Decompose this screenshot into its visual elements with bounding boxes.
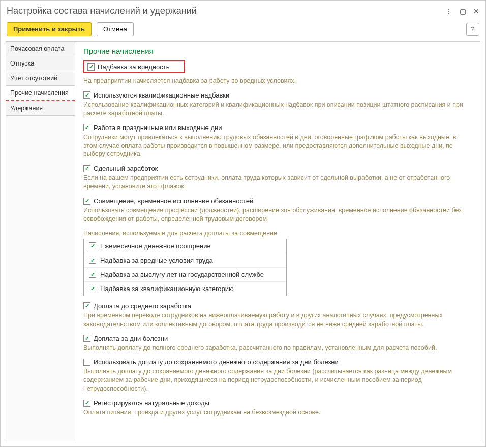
cancel-button[interactable]: Отмена (97, 22, 134, 36)
window-title: Настройка состава начислений и удержаний (7, 6, 445, 16)
sidebar-tab-3[interactable]: Прочие начисления (6, 86, 75, 101)
checkbox[interactable] (89, 285, 96, 292)
checkbox[interactable] (89, 242, 96, 249)
checkbox[interactable] (87, 63, 95, 71)
checkbox[interactable] (83, 400, 90, 407)
checkbox[interactable] (89, 271, 96, 278)
maximize-icon[interactable]: ▢ (460, 7, 466, 15)
toolbar: Применить и закрыть Отмена ? (1, 20, 485, 41)
sidebar-tab-1[interactable]: Отпуска (6, 56, 75, 71)
option-label[interactable]: Регистрируются натуральные доходы (94, 399, 209, 407)
list-label: Начисления, используемые для расчета доп… (83, 230, 472, 237)
list-item[interactable]: Надбавка за квалификационную категорию (84, 282, 286, 296)
checkbox[interactable] (83, 124, 90, 131)
checkbox[interactable] (83, 302, 90, 309)
sidebar-tab-4[interactable]: Удержания (6, 101, 75, 116)
option-description: Если на вашем предприятии есть сотрудник… (83, 174, 472, 191)
titlebar: Настройка состава начислений и удержаний… (1, 1, 485, 20)
sidebar-tab-0[interactable]: Почасовая оплата (6, 42, 75, 56)
help-button[interactable]: ? (466, 23, 479, 36)
checkbox[interactable] (83, 359, 90, 366)
checkbox[interactable] (83, 335, 90, 342)
option-label[interactable]: Доплата до среднего заработка (94, 302, 191, 310)
menu-icon[interactable]: ⋮ (445, 7, 452, 15)
checkbox[interactable] (83, 91, 90, 99)
list-item[interactable]: Надбавка за выслугу лет на государственн… (84, 268, 286, 282)
option-label[interactable]: Работа в праздничные или выходные дни (94, 124, 222, 132)
option-description: На предприятии начисляется надбавка за р… (83, 77, 472, 85)
option-label[interactable]: Сдельный заработок (94, 165, 158, 172)
content: Прочие начисления Надбавка за вредностьН… (75, 42, 480, 441)
option-label[interactable]: Совмещение, временное исполнение обязанн… (94, 197, 253, 205)
section-title: Прочие начисления (83, 47, 472, 55)
sidebar: Почасовая оплатаОтпускаУчет отсутствийПр… (6, 42, 75, 441)
option-label[interactable]: Используются квалификационные надбавки (94, 91, 229, 99)
option-description: Выполнять доплату до сохраняемого денежн… (83, 367, 472, 393)
sidebar-tab-2[interactable]: Учет отсутствий (6, 71, 75, 86)
list-item[interactable]: Ежемесячное денежное поощрение (84, 239, 286, 253)
option-label[interactable]: Надбавка за вредность (98, 63, 169, 71)
option-description: Использование квалификационных категорий… (83, 101, 472, 118)
option-description: При временном переводе сотрудников на ни… (83, 311, 472, 329)
list-item-label: Ежемесячное денежное поощрение (100, 242, 211, 250)
option-description: Сотрудники могут привлекаться к выполнен… (83, 133, 472, 159)
list-item-label: Надбавка за выслугу лет на государственн… (100, 271, 264, 278)
checkbox[interactable] (83, 165, 90, 172)
list-item-label: Надбавка за квалификационную категорию (100, 285, 234, 293)
list-item-label: Надбавка за вредные условия труда (100, 257, 213, 264)
list-item[interactable]: Надбавка за вредные условия труда (84, 253, 286, 268)
close-icon[interactable]: ✕ (473, 7, 479, 15)
option-description: Использовать совмещение профессий (должн… (83, 206, 472, 223)
apply-close-button[interactable]: Применить и закрыть (7, 22, 92, 36)
checkbox[interactable] (83, 198, 90, 205)
combination-listbox[interactable]: Ежемесячное денежное поощрениеНадбавка з… (83, 239, 287, 296)
checkbox[interactable] (89, 257, 96, 264)
option-description: Оплата питания, проезда и других услуг с… (83, 408, 472, 417)
option-label[interactable]: Использовать доплату до сохраняемого ден… (94, 358, 339, 366)
option-label[interactable]: Доплата за дни болезни (94, 335, 168, 342)
option-description: Выполнять доплату до полного среднего за… (83, 344, 472, 353)
